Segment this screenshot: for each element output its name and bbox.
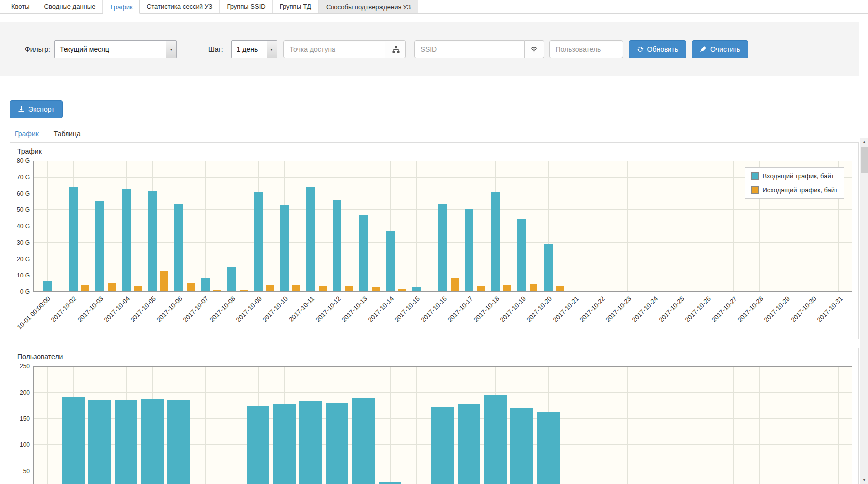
bar-incoming [537, 412, 560, 484]
bar-incoming [122, 189, 131, 291]
bar-outgoing [187, 283, 195, 291]
bar-outgoing [160, 271, 168, 291]
gridline [627, 161, 628, 291]
bar-incoming [201, 278, 210, 291]
gridline [838, 367, 839, 484]
sitemap-icon [392, 46, 400, 53]
tab-grafik[interactable]: График [103, 0, 139, 14]
clear-button[interactable]: Очистить [692, 40, 748, 58]
bar-outgoing [556, 286, 564, 291]
bar-outgoing [372, 287, 380, 291]
period-select[interactable]: Текущий месяц ▼ [54, 40, 177, 58]
x-axis-label: 10-01 00:00:00 [16, 295, 52, 331]
gridline [575, 367, 575, 484]
x-axis-label: 2017-10-28 [736, 295, 765, 324]
x-axis-label: 2017-10-20 [525, 295, 554, 324]
tab-gruppy-ssid[interactable]: Группы SSID [220, 0, 272, 13]
y-axis-label: 10 G [17, 272, 30, 279]
users-chart: 050100150200250 [10, 365, 858, 484]
incoming-color-swatch [751, 172, 759, 180]
x-axis-label: 2017-10-22 [578, 295, 606, 324]
bar-incoming [333, 200, 341, 291]
gridline [205, 161, 206, 291]
gridline [601, 161, 601, 291]
tab-gruppy-td[interactable]: Группы ТД [273, 0, 319, 13]
y-axis-label: 0 G [20, 288, 30, 296]
gridline [416, 161, 417, 291]
bar-outgoing [451, 278, 459, 291]
step-label: Шаг: [208, 45, 223, 53]
step-select[interactable]: 1 день ▼ [231, 40, 277, 58]
chevron-down-icon: ▼ [166, 41, 176, 58]
top-tab-bar: Квоты Сводные данные График Статистика с… [0, 0, 868, 14]
access-point-input-group [283, 40, 406, 58]
tab-kvoty[interactable]: Квоты [4, 0, 37, 13]
bar-incoming [352, 398, 375, 484]
bar-outgoing [213, 290, 221, 291]
gridline [390, 367, 391, 484]
x-axis-label: 2017-10-09 [234, 295, 263, 324]
chevron-down-icon: ▼ [267, 41, 277, 58]
gridline [47, 367, 48, 484]
vertical-scrollbar[interactable]: ▲ ▼ [860, 138, 868, 484]
x-axis-label: 2017-10-27 [710, 295, 738, 324]
traffic-x-axis: 10-01 00:00:002017-10-022017-10-032017-1… [33, 292, 852, 336]
user-input[interactable] [549, 40, 623, 58]
gridline [812, 367, 812, 484]
y-axis-label: 80 G [17, 157, 30, 165]
filter-label: Фильтр: [25, 45, 50, 53]
tab-sposoby-podtverzhdeniya-uz[interactable]: Способы подтверждения УЗ [319, 0, 418, 13]
tab-svodnye-dannye[interactable]: Сводные данные [37, 0, 103, 13]
gridline [575, 161, 575, 291]
x-axis-label: 2017-10-25 [657, 295, 686, 324]
x-axis-label: 2017-10-17 [446, 295, 474, 324]
x-axis-label: 2017-10-11 [288, 295, 316, 323]
subtab-tablica[interactable]: Таблица [54, 130, 81, 139]
download-icon [18, 106, 25, 113]
refresh-button-label: Обновить [647, 45, 678, 53]
export-button[interactable]: Экспорт [10, 100, 63, 118]
bar-incoming [517, 219, 526, 291]
users-panel: Пользователи 050100150200250 [10, 348, 859, 484]
view-subtabs: График Таблица [15, 130, 868, 139]
bar-incoming [484, 395, 507, 484]
x-axis-label: 2017-10-04 [102, 295, 131, 324]
ssid-picker-button[interactable] [525, 40, 544, 58]
access-point-picker-button[interactable] [386, 40, 406, 58]
refresh-button[interactable]: Обновить [629, 40, 686, 58]
bar-incoming [167, 400, 190, 484]
bar-incoming [174, 204, 183, 291]
x-axis-label: 2017-10-15 [393, 295, 422, 324]
legend-label-outgoing: Исходящий трафик, байт [763, 186, 838, 194]
bar-outgoing [503, 285, 511, 291]
broom-icon [700, 46, 707, 53]
gridline [654, 367, 654, 484]
x-axis-label: 2017-10-03 [76, 295, 105, 324]
y-axis-label: 30 G [17, 239, 30, 247]
y-axis-label: 100 [20, 441, 30, 449]
scrollbar-down-arrow[interactable]: ▼ [860, 476, 868, 484]
ssid-input[interactable] [414, 40, 525, 58]
gridline [232, 367, 232, 484]
subtab-grafik[interactable]: График [15, 130, 39, 139]
tab-statistika-sessiy-uz[interactable]: Статистика сессий УЗ [140, 0, 220, 13]
access-point-input[interactable] [283, 40, 386, 58]
scrollbar-up-arrow[interactable]: ▲ [860, 138, 868, 146]
bar-incoming [69, 187, 78, 291]
x-axis-label: 2017-10-30 [789, 295, 818, 324]
bar-incoming [379, 482, 401, 484]
gridline [680, 367, 680, 484]
scrollbar-thumb[interactable] [861, 147, 868, 173]
x-axis-label: 2017-10-06 [155, 295, 184, 324]
traffic-panel: Трафик 0 G10 G20 G30 G40 G50 G60 G70 G80… [10, 142, 859, 339]
y-axis-label: 60 G [17, 190, 30, 198]
legend-label-incoming: Входящий трафик, байт [763, 172, 834, 180]
users-panel-title: Пользователи [10, 348, 858, 365]
y-axis-label: 40 G [17, 222, 30, 230]
x-axis-label: 2017-10-31 [815, 295, 844, 324]
bar-outgoing [319, 286, 327, 291]
bar-outgoing [266, 285, 274, 291]
y-axis-label: 200 [20, 389, 30, 397]
step-select-value: 1 день [232, 41, 267, 58]
bar-incoming [510, 408, 533, 484]
